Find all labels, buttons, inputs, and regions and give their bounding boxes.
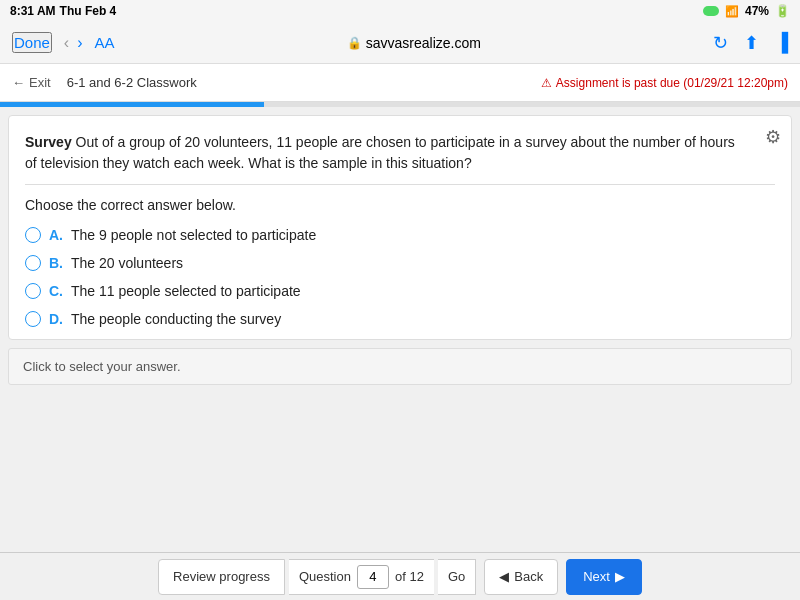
warning-icon: ⚠	[541, 76, 552, 90]
radio-d[interactable]	[25, 311, 41, 327]
past-due-notice: ⚠ Assignment is past due (01/29/21 12:20…	[541, 76, 788, 90]
battery-percent: 47%	[745, 4, 769, 18]
next-button[interactable]: Next ▶	[566, 559, 642, 595]
back-arrow-icon[interactable]: ‹	[64, 34, 69, 52]
settings-gear-button[interactable]: ⚙	[765, 126, 781, 148]
toolbar-right: ↻ ⬆ ▐	[713, 32, 788, 54]
back-label: Back	[514, 569, 543, 584]
option-a-letter: A.	[49, 227, 63, 243]
exit-button[interactable]: ← Exit	[12, 75, 51, 90]
url-text: savvasrealize.com	[366, 35, 481, 51]
question-nav-label: Question	[299, 569, 351, 584]
assignment-title: 6-1 and 6-2 Classwork	[67, 75, 197, 90]
of-label: of 12	[395, 569, 424, 584]
done-button[interactable]: Done	[12, 32, 52, 53]
answer-feedback: Click to select your answer.	[8, 348, 792, 385]
past-due-text: Assignment is past due (01/29/21 12:20pm…	[556, 76, 788, 90]
text-size-button[interactable]: AA	[95, 34, 115, 51]
radio-a[interactable]	[25, 227, 41, 243]
back-arrow-icon: ◀	[499, 569, 509, 584]
radio-b[interactable]	[25, 255, 41, 271]
next-arrow-icon: ▶	[615, 569, 625, 584]
call-icon	[703, 6, 719, 16]
status-right: 📶 47% 🔋	[703, 4, 790, 18]
url-bar: 🔒 savvasrealize.com	[127, 35, 702, 51]
answer-options: A. The 9 people not selected to particip…	[25, 227, 775, 327]
option-c-text: The 11 people selected to participate	[71, 283, 301, 299]
question-label: Survey	[25, 134, 72, 150]
instruction-text: Choose the correct answer below.	[25, 197, 775, 213]
wifi-icon: 📶	[725, 5, 739, 18]
go-button[interactable]: Go	[438, 559, 476, 595]
status-bar: 8:31 AM Thu Feb 4 📶 47% 🔋	[0, 0, 800, 22]
option-b-letter: B.	[49, 255, 63, 271]
option-c-letter: C.	[49, 283, 63, 299]
battery-icon: 🔋	[775, 4, 790, 18]
option-d-letter: D.	[49, 311, 63, 327]
option-d-text: The people conducting the survey	[71, 311, 281, 327]
nav-arrows: ‹ ›	[64, 34, 83, 52]
status-left: 8:31 AM Thu Feb 4	[10, 4, 116, 18]
question-number-input[interactable]	[357, 565, 389, 589]
forward-arrow-icon[interactable]: ›	[77, 34, 82, 52]
share-icon[interactable]: ⬆	[744, 32, 759, 54]
question-nav: Question of 12	[289, 559, 434, 595]
divider	[25, 184, 775, 185]
status-date: Thu Feb 4	[60, 4, 117, 18]
lock-icon: 🔒	[347, 36, 362, 50]
left-arrow-icon: ←	[12, 75, 25, 90]
bottom-bar: Review progress Question of 12 Go ◀ Back…	[0, 552, 800, 600]
option-b[interactable]: B. The 20 volunteers	[25, 255, 775, 271]
option-a-text: The 9 people not selected to participate	[71, 227, 316, 243]
option-a[interactable]: A. The 9 people not selected to particip…	[25, 227, 775, 243]
main-content: ⚙ Survey Out of a group of 20 volunteers…	[8, 115, 792, 340]
review-progress-button[interactable]: Review progress	[158, 559, 285, 595]
feedback-text: Click to select your answer.	[23, 359, 181, 374]
question-body: Out of a group of 20 volunteers, 11 peop…	[25, 134, 735, 171]
next-label: Next	[583, 569, 610, 584]
exit-label: Exit	[29, 75, 51, 90]
app-navbar: ← Exit 6-1 and 6-2 Classwork ⚠ Assignmen…	[0, 64, 800, 102]
refresh-icon[interactable]: ↻	[713, 32, 728, 54]
progress-fill	[0, 102, 264, 107]
option-c[interactable]: C. The 11 people selected to participate	[25, 283, 775, 299]
back-button[interactable]: ◀ Back	[484, 559, 558, 595]
option-b-text: The 20 volunteers	[71, 255, 183, 271]
question-text: Survey Out of a group of 20 volunteers, …	[25, 132, 775, 174]
radio-c[interactable]	[25, 283, 41, 299]
status-time: 8:31 AM	[10, 4, 56, 18]
progress-bar	[0, 102, 800, 107]
browser-toolbar: Done ‹ › AA 🔒 savvasrealize.com ↻ ⬆ ▐	[0, 22, 800, 64]
menu-icon[interactable]: ▐	[775, 32, 788, 54]
option-d[interactable]: D. The people conducting the survey	[25, 311, 775, 327]
